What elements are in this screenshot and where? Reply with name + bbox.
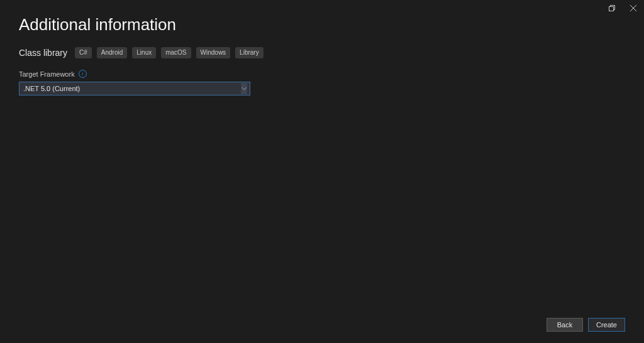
template-tag: Android xyxy=(97,47,127,58)
create-button[interactable]: Create xyxy=(588,318,625,332)
chevron-down-icon xyxy=(241,83,247,94)
close-button[interactable] xyxy=(623,0,644,16)
template-tag: C# xyxy=(75,47,92,58)
template-name: Class library xyxy=(19,48,67,58)
info-icon[interactable]: i xyxy=(79,70,87,78)
template-tag: Windows xyxy=(196,47,231,58)
target-framework-label: Target Framework xyxy=(19,70,75,78)
template-tag: Linux xyxy=(132,47,156,58)
target-framework-label-row: Target Framework i xyxy=(19,70,625,78)
dialog-content: Additional information Class library C# … xyxy=(0,0,644,95)
template-row: Class library C# Android Linux macOS Win… xyxy=(19,47,625,58)
maximize-button[interactable] xyxy=(601,0,623,16)
target-framework-dropdown[interactable]: .NET 5.0 (Current) xyxy=(19,82,250,95)
page-title: Additional information xyxy=(19,15,625,35)
target-framework-value: .NET 5.0 (Current) xyxy=(23,85,80,92)
svg-rect-0 xyxy=(609,7,614,11)
title-bar xyxy=(601,0,644,16)
back-button[interactable]: Back xyxy=(547,318,583,332)
template-tag: Library xyxy=(235,47,264,58)
template-tag: macOS xyxy=(161,47,191,58)
dialog-footer: Back Create xyxy=(547,318,625,332)
